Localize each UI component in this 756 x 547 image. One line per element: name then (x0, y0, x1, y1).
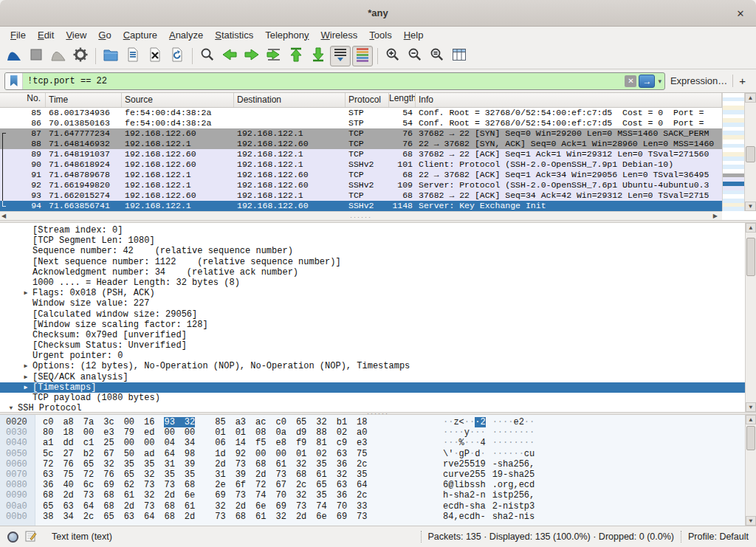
go-back-button[interactable] (219, 46, 240, 66)
scroll-down-icon[interactable]: ▼ (746, 516, 756, 526)
scroll-up-icon[interactable]: ▲ (745, 93, 756, 103)
pane-splitter-handle[interactable]: ······ (350, 213, 372, 220)
detail-line[interactable]: TCP payload (1080 bytes) (0, 393, 756, 403)
detail-line[interactable]: Window size value: 227 (0, 298, 756, 309)
hex-row-0020[interactable]: 0020c0a87a3c0016933285a3acc06532b118··z<… (0, 417, 756, 427)
detail-line[interactable]: ▶Flags: 0x018 (PSH, ACK) (0, 288, 756, 298)
add-filter-button[interactable]: + (732, 75, 752, 87)
stop-capture-button[interactable] (26, 46, 47, 66)
title-bar[interactable]: *any ✕ (0, 0, 756, 27)
colorize-toggle[interactable] (352, 46, 373, 66)
menu-item-telephony[interactable]: Telephony (259, 28, 315, 42)
column-header-info[interactable]: Info (416, 93, 722, 107)
display-filter-field[interactable]: !tcp.port == 22 ✕ → ▾ (4, 72, 665, 90)
go-to-packet-button[interactable] (264, 46, 284, 66)
menu-item-help[interactable]: Help (398, 28, 430, 42)
scrollbar-thumb[interactable] (746, 146, 755, 162)
hex-row-0060[interactable]: 006072766532353531392d7368613235362crve2… (0, 459, 756, 469)
menu-item-capture[interactable]: Capture (117, 28, 163, 42)
menu-item-file[interactable]: File (4, 28, 32, 42)
filter-history-dropdown[interactable]: ▾ (657, 78, 664, 85)
detail-line[interactable]: 1000 .... = Header Length: 32 bytes (8) (0, 278, 756, 288)
hex-row-0080[interactable]: 008036406c69627373682e6f72672c6563646@li… (0, 480, 756, 490)
menu-item-tools[interactable]: Tools (363, 28, 397, 42)
packet-row-94[interactable]: 9471.663856741192.168.122.1192.168.122.6… (0, 201, 722, 211)
intelligent-scrollbar-minimap[interactable] (722, 93, 744, 211)
status-field-label[interactable]: Text item (text) (52, 531, 414, 542)
filter-bookmark-button[interactable] (5, 73, 23, 89)
hex-row-00b0[interactable]: 00b038342c656364682d736861322d6e697384,e… (0, 512, 756, 522)
zoom-in-button[interactable] (382, 46, 403, 66)
restart-capture-button[interactable] (48, 46, 69, 66)
scroll-down-icon[interactable]: ▼ (746, 402, 756, 412)
hex-row-0030[interactable]: 0030801800e379ed00000101080ad98802a0····… (0, 427, 756, 438)
packet-list-hscrollbar[interactable]: ◀ ▶ ······ (0, 211, 722, 220)
column-header-no[interactable]: No. (0, 93, 46, 107)
go-forward-button[interactable] (241, 46, 262, 66)
detail-line[interactable]: ▶[Timestamps] (0, 382, 756, 393)
hex-row-0070[interactable]: 0070637572766532353531392d7368613235curv… (0, 469, 756, 480)
expression-button[interactable]: Expression… (670, 75, 727, 86)
reload-file-button[interactable] (167, 46, 188, 66)
hex-row-0090[interactable]: 0090682d736861322d6e697374703235362ch-sh… (0, 490, 756, 500)
menu-item-statistics[interactable]: Statistics (209, 28, 259, 42)
menu-item-go[interactable]: Go (92, 28, 117, 42)
detail-line[interactable]: Acknowledgment number: 34 (relative ack … (0, 267, 756, 278)
column-header-source[interactable]: Source (122, 93, 234, 107)
display-filter-input[interactable]: !tcp.port == 22 (23, 76, 625, 86)
detail-line[interactable]: ▶[SEQ/ACK analysis] (0, 372, 756, 382)
zoom-100-button[interactable] (427, 46, 447, 66)
scroll-up-icon[interactable]: ▲ (746, 223, 756, 233)
packet-row-86[interactable]: 8670.013850163fe:54:00:d4:38:2aSTP54Conf… (0, 118, 722, 128)
start-capture-button[interactable] (4, 46, 24, 66)
hex-row-0050[interactable]: 00505c27b26750ad64981d92000001026375\'·g… (0, 449, 756, 459)
packet-row-90[interactable]: 9071.648618924192.168.122.60192.168.122.… (0, 159, 722, 170)
capture-options-button[interactable] (70, 46, 91, 66)
menu-item-analyze[interactable]: Analyze (163, 28, 209, 42)
menu-item-wireless[interactable]: Wireless (315, 28, 364, 42)
go-first-packet-button[interactable] (286, 46, 306, 66)
packet-row-87[interactable]: 8771.647777234192.168.122.60192.168.122.… (0, 128, 722, 139)
zoom-out-button[interactable] (405, 46, 425, 66)
detail-line[interactable]: [Next sequence number: 1122 (relative se… (0, 257, 756, 267)
open-file-button[interactable] (100, 46, 121, 66)
packet-row-91[interactable]: 9171.648789678192.168.122.1192.168.122.6… (0, 170, 722, 180)
menu-item-edit[interactable]: Edit (32, 28, 60, 42)
packet-list-vscrollbar[interactable]: ▲ ▼ (744, 93, 756, 211)
hex-row-0040[interactable]: 0040a1ddc125000004340614f5e8f981c9e3···%… (0, 438, 756, 448)
column-header-protocol[interactable]: Protocol (346, 93, 389, 107)
bytes-vscrollbar[interactable]: ▲ ▼ (745, 415, 756, 526)
expert-info-icon[interactable] (7, 531, 18, 543)
menu-item-view[interactable]: View (60, 28, 92, 42)
status-profile[interactable]: Profile: Default (688, 531, 749, 542)
detail-line[interactable]: Checksum: 0x79ed [unverified] (0, 330, 756, 340)
expander-icon[interactable]: ▶ (19, 372, 32, 382)
column-header-destination[interactable]: Destination (234, 93, 346, 107)
packet-row-88[interactable]: 8871.648146932192.168.122.1192.168.122.6… (0, 139, 722, 149)
column-header-time[interactable]: Time (46, 93, 122, 107)
go-last-packet-button[interactable] (308, 46, 329, 66)
detail-line[interactable]: [Checksum Status: Unverified] (0, 340, 756, 351)
capture-comment-icon[interactable] (25, 530, 37, 544)
save-file-button[interactable] (123, 46, 143, 66)
packet-row-89[interactable]: 8971.648191037192.168.122.60192.168.122.… (0, 149, 722, 159)
close-icon[interactable]: ✕ (734, 7, 747, 20)
packet-row-92[interactable]: 9271.661949820192.168.122.1192.168.122.6… (0, 180, 722, 190)
expander-icon[interactable]: ▶ (19, 382, 32, 393)
details-vscrollbar[interactable]: ▲ ▼ (745, 223, 756, 412)
packet-row-93[interactable]: 9371.662015274192.168.122.60192.168.122.… (0, 190, 722, 201)
find-packet-button[interactable] (197, 46, 218, 66)
resize-columns-button[interactable] (449, 46, 470, 66)
scrollbar-thumb[interactable] (746, 238, 755, 275)
filter-apply-button[interactable]: → (639, 75, 655, 88)
expander-icon[interactable]: ▼ (4, 403, 18, 412)
detail-line[interactable]: [TCP Segment Len: 1080] (0, 235, 756, 246)
close-file-button[interactable] (145, 46, 165, 66)
detail-line[interactable]: Sequence number: 42 (relative sequence n… (0, 246, 756, 256)
detail-line[interactable]: [Calculated window size: 29056] (0, 309, 756, 320)
detail-line[interactable]: Urgent pointer: 0 (0, 351, 756, 361)
hex-row-00a0[interactable]: 00a0656364682d736861322d6e6973747033ecdh… (0, 501, 756, 512)
packet-row-85[interactable]: 8568.001734936fe:54:00:d4:38:2aSTP54Conf… (0, 108, 722, 118)
hscroll-right-icon[interactable]: ▶ (713, 213, 718, 219)
scroll-up-icon[interactable]: ▲ (746, 415, 756, 424)
